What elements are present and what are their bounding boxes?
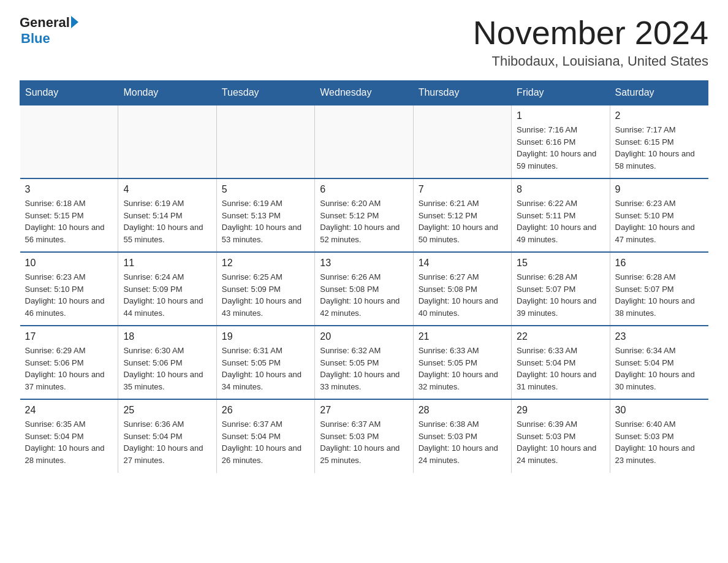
logo: General Blue: [20, 15, 78, 47]
day-cell: 1Sunrise: 7:16 AMSunset: 6:16 PMDaylight…: [512, 105, 610, 178]
day-cell: [20, 105, 118, 178]
day-number: 21: [419, 331, 506, 342]
day-number: 23: [615, 331, 703, 342]
main-title: November 2024: [473, 15, 708, 51]
day-number: 30: [615, 405, 703, 416]
day-info: Sunrise: 7:16 AMSunset: 6:16 PMDaylight:…: [517, 124, 604, 172]
day-info: Sunrise: 6:22 AMSunset: 5:11 PMDaylight:…: [517, 197, 604, 245]
title-block: November 2024 Thibodaux, Louisiana, Unit…: [473, 15, 708, 69]
week-row-0: 1Sunrise: 7:16 AMSunset: 6:16 PMDaylight…: [20, 105, 708, 178]
day-number: 6: [320, 184, 408, 195]
day-cell: 2Sunrise: 7:17 AMSunset: 6:15 PMDaylight…: [610, 105, 708, 178]
day-cell: 23Sunrise: 6:34 AMSunset: 5:04 PMDayligh…: [610, 326, 708, 399]
header-cell-friday: Friday: [512, 81, 610, 105]
day-info: Sunrise: 6:36 AMSunset: 5:04 PMDaylight:…: [123, 418, 211, 466]
day-cell: 26Sunrise: 6:37 AMSunset: 5:04 PMDayligh…: [216, 399, 314, 473]
day-number: 5: [222, 184, 309, 195]
day-cell: 22Sunrise: 6:33 AMSunset: 5:04 PMDayligh…: [512, 326, 610, 399]
day-info: Sunrise: 6:24 AMSunset: 5:09 PMDaylight:…: [123, 271, 211, 319]
day-cell: 11Sunrise: 6:24 AMSunset: 5:09 PMDayligh…: [118, 252, 216, 326]
day-cell: 10Sunrise: 6:23 AMSunset: 5:10 PMDayligh…: [20, 252, 118, 326]
day-number: 20: [320, 331, 408, 342]
day-number: 9: [615, 184, 703, 195]
day-cell: 14Sunrise: 6:27 AMSunset: 5:08 PMDayligh…: [413, 252, 511, 326]
day-cell: [413, 105, 511, 178]
day-info: Sunrise: 6:37 AMSunset: 5:04 PMDaylight:…: [222, 418, 309, 466]
day-info: Sunrise: 6:21 AMSunset: 5:12 PMDaylight:…: [419, 197, 506, 245]
day-info: Sunrise: 6:33 AMSunset: 5:04 PMDaylight:…: [517, 345, 604, 393]
day-info: Sunrise: 6:23 AMSunset: 5:10 PMDaylight:…: [25, 271, 113, 319]
header-cell-thursday: Thursday: [413, 81, 511, 105]
day-info: Sunrise: 6:19 AMSunset: 5:14 PMDaylight:…: [123, 197, 211, 245]
day-number: 15: [517, 258, 604, 269]
day-cell: 15Sunrise: 6:28 AMSunset: 5:07 PMDayligh…: [512, 252, 610, 326]
day-cell: 13Sunrise: 6:26 AMSunset: 5:08 PMDayligh…: [315, 252, 413, 326]
logo-arrow-icon: [71, 16, 78, 28]
subtitle: Thibodaux, Louisiana, United States: [473, 53, 708, 69]
day-cell: 7Sunrise: 6:21 AMSunset: 5:12 PMDaylight…: [413, 178, 511, 252]
day-number: 11: [123, 258, 211, 269]
day-number: 19: [222, 331, 309, 342]
day-number: 7: [419, 184, 506, 195]
day-number: 29: [517, 405, 604, 416]
day-info: Sunrise: 6:31 AMSunset: 5:05 PMDaylight:…: [222, 345, 309, 393]
day-info: Sunrise: 6:39 AMSunset: 5:03 PMDaylight:…: [517, 418, 604, 466]
day-info: Sunrise: 6:34 AMSunset: 5:04 PMDaylight:…: [615, 345, 703, 393]
day-info: Sunrise: 6:33 AMSunset: 5:05 PMDaylight:…: [419, 345, 506, 393]
day-number: 24: [25, 405, 113, 416]
week-row-2: 10Sunrise: 6:23 AMSunset: 5:10 PMDayligh…: [20, 252, 708, 326]
day-cell: 24Sunrise: 6:35 AMSunset: 5:04 PMDayligh…: [20, 399, 118, 473]
header-cell-sunday: Sunday: [20, 81, 118, 105]
day-cell: [118, 105, 216, 178]
day-number: 14: [419, 258, 506, 269]
day-info: Sunrise: 6:20 AMSunset: 5:12 PMDaylight:…: [320, 197, 408, 245]
day-cell: 30Sunrise: 6:40 AMSunset: 5:03 PMDayligh…: [610, 399, 708, 473]
day-info: Sunrise: 6:18 AMSunset: 5:15 PMDaylight:…: [25, 197, 113, 245]
header-cell-monday: Monday: [118, 81, 216, 105]
day-number: 2: [615, 110, 703, 121]
day-info: Sunrise: 6:35 AMSunset: 5:04 PMDaylight:…: [25, 418, 113, 466]
day-cell: 8Sunrise: 6:22 AMSunset: 5:11 PMDaylight…: [512, 178, 610, 252]
day-info: Sunrise: 6:27 AMSunset: 5:08 PMDaylight:…: [419, 271, 506, 319]
day-info: Sunrise: 6:23 AMSunset: 5:10 PMDaylight:…: [615, 197, 703, 245]
calendar-body: 1Sunrise: 7:16 AMSunset: 6:16 PMDaylight…: [20, 105, 708, 473]
day-number: 26: [222, 405, 309, 416]
day-number: 25: [123, 405, 211, 416]
day-info: Sunrise: 7:17 AMSunset: 6:15 PMDaylight:…: [615, 124, 703, 172]
day-number: 28: [419, 405, 506, 416]
week-row-3: 17Sunrise: 6:29 AMSunset: 5:06 PMDayligh…: [20, 326, 708, 399]
day-number: 10: [25, 258, 113, 269]
day-info: Sunrise: 6:28 AMSunset: 5:07 PMDaylight:…: [615, 271, 703, 319]
day-number: 12: [222, 258, 309, 269]
day-number: 16: [615, 258, 703, 269]
day-cell: 17Sunrise: 6:29 AMSunset: 5:06 PMDayligh…: [20, 326, 118, 399]
logo-blue: Blue: [21, 31, 50, 47]
day-info: Sunrise: 6:40 AMSunset: 5:03 PMDaylight:…: [615, 418, 703, 466]
day-cell: 25Sunrise: 6:36 AMSunset: 5:04 PMDayligh…: [118, 399, 216, 473]
day-cell: 6Sunrise: 6:20 AMSunset: 5:12 PMDaylight…: [315, 178, 413, 252]
day-info: Sunrise: 6:19 AMSunset: 5:13 PMDaylight:…: [222, 197, 309, 245]
day-cell: [315, 105, 413, 178]
day-info: Sunrise: 6:38 AMSunset: 5:03 PMDaylight:…: [419, 418, 506, 466]
day-cell: 16Sunrise: 6:28 AMSunset: 5:07 PMDayligh…: [610, 252, 708, 326]
day-cell: 12Sunrise: 6:25 AMSunset: 5:09 PMDayligh…: [216, 252, 314, 326]
day-number: 17: [25, 331, 113, 342]
day-info: Sunrise: 6:25 AMSunset: 5:09 PMDaylight:…: [222, 271, 309, 319]
day-info: Sunrise: 6:28 AMSunset: 5:07 PMDaylight:…: [517, 271, 604, 319]
day-number: 18: [123, 331, 211, 342]
day-number: 1: [517, 110, 604, 121]
day-cell: 5Sunrise: 6:19 AMSunset: 5:13 PMDaylight…: [216, 178, 314, 252]
day-cell: 18Sunrise: 6:30 AMSunset: 5:06 PMDayligh…: [118, 326, 216, 399]
day-cell: [216, 105, 314, 178]
day-cell: 29Sunrise: 6:39 AMSunset: 5:03 PMDayligh…: [512, 399, 610, 473]
day-cell: 28Sunrise: 6:38 AMSunset: 5:03 PMDayligh…: [413, 399, 511, 473]
day-number: 22: [517, 331, 604, 342]
day-info: Sunrise: 6:26 AMSunset: 5:08 PMDaylight:…: [320, 271, 408, 319]
day-info: Sunrise: 6:32 AMSunset: 5:05 PMDaylight:…: [320, 345, 408, 393]
day-info: Sunrise: 6:30 AMSunset: 5:06 PMDaylight:…: [123, 345, 211, 393]
day-number: 8: [517, 184, 604, 195]
header-cell-saturday: Saturday: [610, 81, 708, 105]
week-row-1: 3Sunrise: 6:18 AMSunset: 5:15 PMDaylight…: [20, 178, 708, 252]
day-cell: 4Sunrise: 6:19 AMSunset: 5:14 PMDaylight…: [118, 178, 216, 252]
week-row-4: 24Sunrise: 6:35 AMSunset: 5:04 PMDayligh…: [20, 399, 708, 473]
